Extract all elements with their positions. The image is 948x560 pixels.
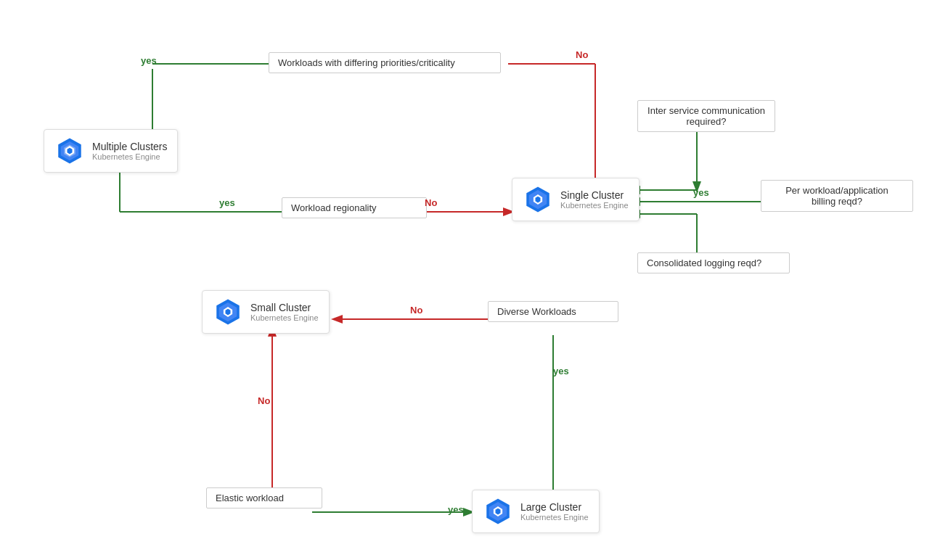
gke-icon-multiple	[54, 136, 85, 166]
per-workload-billing-box: Per workload/application billing reqd?	[761, 180, 913, 212]
yes-label-1: yes	[141, 55, 157, 66]
no-label-4: No	[258, 395, 270, 406]
multiple-clusters-node: Multiple Clusters Kubernetes Engine	[44, 129, 178, 173]
gke-icon-small	[213, 297, 243, 327]
yes-label-2: yes	[219, 197, 235, 208]
large-cluster-node: Large Cluster Kubernetes Engine	[472, 490, 600, 533]
consolidated-logging-box: Consolidated logging reqd?	[637, 252, 790, 273]
yes-label-4: yes	[553, 366, 569, 376]
no-label-3: No	[410, 305, 422, 316]
no-label-2: No	[425, 197, 437, 208]
elastic-workload-box: Elastic workload	[206, 487, 322, 508]
no-label-1: No	[576, 49, 588, 60]
single-cluster-node: Single Cluster Kubernetes Engine	[512, 178, 640, 221]
gke-icon-single	[523, 184, 553, 215]
yes-label-5: yes	[448, 504, 464, 515]
diverse-workloads-box: Diverse Workloads	[488, 301, 618, 322]
diagram: Workloads with differing priorities/crit…	[0, 0, 948, 560]
workload-regionality-box: Workload regionality	[282, 197, 427, 218]
workload-priorities-box: Workloads with differing priorities/crit…	[269, 52, 501, 73]
inter-service-box: Inter service communication required?	[637, 100, 775, 132]
small-cluster-node: Small Cluster Kubernetes Engine	[202, 290, 330, 334]
gke-icon-large	[483, 496, 513, 527]
yes-label-3: yes	[693, 187, 709, 198]
